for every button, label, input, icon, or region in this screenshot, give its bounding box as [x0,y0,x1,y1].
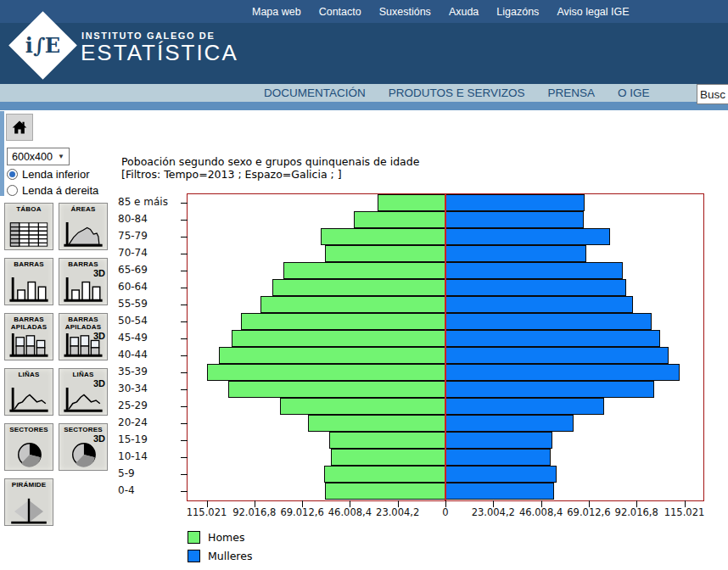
chart-type-button-linas3d[interactable]: LIÑAS3D [59,368,108,416]
y-axis-label: 85 e máis [118,196,179,208]
y-axis-label: 35-39 [118,366,179,377]
blue-divider-bar [0,102,728,110]
legend-swatch [188,550,200,562]
chart-type-button-label: SECTORES [59,424,107,433]
home-button[interactable] [6,114,33,141]
pyramid-plot-area [187,193,704,501]
legend-row: Homes [188,530,252,544]
y-axis-tick [181,457,188,458]
chart-type-button-label: SECTORES [5,424,53,433]
chart-filters: [Filtros: Tempo=2013 ; Espazo=Galicia ; … [121,168,342,181]
legend-position-radios: Lenda inferiorLenda á dereita [7,166,98,198]
homes-bar [232,330,445,347]
radio-button[interactable] [7,169,18,180]
x-axis-label: 115.021 [655,506,714,518]
y-axis-label: 15-19 [118,433,179,445]
chart-type-button-taboa[interactable]: TÁBOA [4,203,53,250]
ige-logo-icon[interactable]: i∫E [8,11,77,80]
mulleres-bar [445,245,586,262]
mulleres-bar [445,432,552,449]
homes-bar [378,194,445,211]
mulleres-bar [445,347,669,364]
chart-type-button-label: LIÑAS [5,369,53,378]
mulleres-bar [445,381,654,398]
mulleres-bar [445,228,610,245]
nav-item[interactable]: PRENSA [548,87,596,99]
nav-item[interactable]: PRODUTOS E SERVIZOS [389,87,525,99]
chevron-down-icon: ▼ [58,153,64,160]
homes-bar [241,313,445,330]
y-axis-label: 40-44 [118,349,179,360]
homes-bar [272,279,445,296]
chart-type-button-label: ÁREAS [59,204,107,213]
y-axis-tick [181,474,188,475]
y-axis-tick [181,338,188,339]
y-axis-tick [181,372,188,373]
y-axis-label: 5-9 [118,467,179,479]
y-axis-tick [181,389,188,390]
mulleres-bar [445,262,623,279]
chart-type-button-apiladas[interactable]: BARRAS APILADAS [4,313,53,360]
y-axis-label: 45-49 [118,332,179,344]
mulleres-bar [445,279,626,296]
y-axis-label: 80-84 [118,213,179,225]
y-axis-tick [181,440,188,441]
y-axis-tick [181,406,188,407]
homes-bar [329,432,445,449]
y-axis-tick [181,237,188,238]
y-axis-tick [181,355,188,356]
legend-option-row: Lenda inferior [7,166,98,182]
legend-row: Mulleres [188,549,252,562]
radio-button[interactable] [7,185,18,196]
chart-type-button-barras3d[interactable]: BARRAS3D [59,258,108,305]
top-menu-item[interactable]: Contacto [319,6,361,18]
search-input[interactable] [697,84,728,104]
top-menu-item[interactable]: Ligazóns [496,6,539,18]
mulleres-bar [445,483,554,500]
top-menu-item[interactable]: Suxestións [379,6,431,18]
mulleres-bar [445,194,585,211]
chart-type-button-apiladas3d[interactable]: BARRAS APILADAS3D [59,313,108,360]
y-axis-tick [181,491,188,492]
chart-type-button-areas[interactable]: ÁREAS [59,203,108,250]
y-axis-tick [181,305,188,305]
homes-bar [321,228,445,245]
chart-type-button-label: BARRAS [5,259,53,268]
chart-type-button-barras[interactable]: BARRAS [4,258,53,305]
y-axis-label: 10-14 [118,450,179,462]
y-axis-label: 50-54 [118,315,179,327]
y-axis-label: 70-74 [118,247,179,259]
mulleres-bar [445,415,574,432]
size-select[interactable]: 600x400 ▼ [7,148,70,165]
y-axis-label: 20-24 [118,416,179,428]
homes-bar [325,245,445,262]
section-nav-bar: DOCUMENTACIÓNPRODUTOS E SERVIZOSPRENSAO … [0,84,728,102]
nav-item[interactable]: DOCUMENTACIÓN [264,87,366,99]
y-axis-tick [181,254,188,254]
size-select-value: 600x400 [12,151,53,163]
chart-type-button-label: TÁBOA [5,204,53,213]
top-menu-item[interactable]: Mapa web [252,6,301,18]
homes-bar [308,415,445,432]
mulleres-bar [445,296,633,313]
chart-type-button-sectores3d[interactable]: SECTORES3D [59,423,108,471]
chart-type-button-sectores[interactable]: SECTORES [4,423,53,471]
homes-bar [283,262,445,279]
chart-type-button-linas[interactable]: LIÑAS [4,368,53,416]
mulleres-bar [445,313,652,330]
mulleres-bar [445,449,551,466]
top-menu-bar: Mapa webContactoSuxestiónsAxudaLigazónsA… [0,0,728,23]
mulleres-bar [445,398,604,415]
y-axis-label: 55-59 [118,298,179,310]
y-axis-label: 30-34 [118,383,179,394]
homes-bar [354,211,445,228]
chart-type-button-label: BARRAS APILADAS [59,314,107,331]
chart-type-button-piramide[interactable]: PIRÁMIDE [4,478,53,526]
y-axis-tick [181,288,188,288]
nav-item[interactable]: O IGE [618,87,650,99]
y-axis-label: 75-79 [118,230,179,242]
mulleres-bar [445,364,680,381]
top-menu-item[interactable]: Axuda [449,6,479,18]
chart-title: Poboación segundo sexo e grupos quinquen… [121,155,419,168]
top-menu-item[interactable]: Aviso legal IGE [557,6,629,18]
